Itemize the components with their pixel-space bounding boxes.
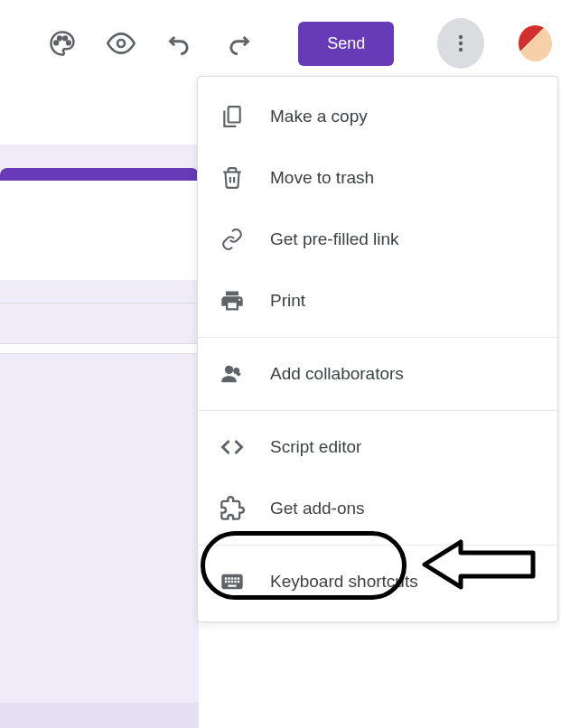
print-icon: [220, 288, 245, 313]
menu-label: Get add-ons: [270, 499, 365, 518]
customize-theme-button[interactable]: [45, 25, 79, 61]
menu-divider: [198, 545, 557, 546]
svg-point-4: [117, 40, 125, 47]
menu-divider: [198, 337, 557, 338]
menu-label: Keyboard shortcuts: [270, 572, 418, 592]
undo-button[interactable]: [163, 25, 196, 61]
menu-label: Move to trash: [270, 168, 374, 188]
eye-icon: [107, 29, 136, 58]
menu-label: Get pre-filled link: [270, 229, 399, 249]
more-vert-icon: [450, 33, 472, 54]
keyboard-icon: [220, 569, 245, 594]
more-options-menu: Make a copy Move to trash Get pre-filled…: [197, 76, 558, 622]
more-options-button[interactable]: [437, 18, 484, 69]
svg-point-3: [67, 42, 70, 45]
copy-icon: [220, 104, 245, 129]
menu-item-make-copy[interactable]: Make a copy: [198, 86, 557, 147]
code-icon: [220, 434, 245, 460]
link-icon: [220, 227, 245, 252]
form-card: [0, 343, 199, 354]
form-footer-bar: [0, 703, 199, 728]
form-divider: [0, 303, 199, 303]
menu-item-prefilled-link[interactable]: Get pre-filled link: [198, 209, 557, 270]
redo-icon: [226, 31, 251, 56]
redo-button[interactable]: [221, 25, 255, 61]
addon-icon: [220, 496, 245, 521]
menu-label: Script editor: [270, 437, 361, 457]
menu-label: Print: [270, 291, 305, 311]
form-accent-bar: [0, 168, 199, 181]
svg-point-2: [63, 37, 67, 41]
menu-item-add-collaborators[interactable]: Add collaborators: [198, 343, 557, 405]
svg-point-0: [54, 42, 58, 45]
svg-point-5: [459, 35, 463, 39]
menu-item-script-editor[interactable]: Script editor: [198, 416, 557, 478]
trash-icon: [220, 165, 245, 191]
menu-item-keyboard-shortcuts[interactable]: Keyboard shortcuts: [198, 551, 557, 612]
menu-item-print[interactable]: Print: [198, 270, 557, 331]
menu-label: Add collaborators: [270, 364, 404, 384]
menu-item-get-addons[interactable]: Get add-ons: [198, 478, 557, 539]
undo-icon: [167, 31, 192, 56]
send-button[interactable]: Send: [298, 22, 394, 66]
menu-item-move-trash[interactable]: Move to trash: [198, 147, 557, 209]
palette-icon: [49, 30, 76, 57]
form-card: [0, 181, 199, 280]
avatar[interactable]: [519, 25, 552, 61]
svg-point-6: [459, 42, 463, 45]
svg-point-1: [58, 37, 61, 41]
menu-divider: [198, 410, 557, 411]
preview-button[interactable]: [104, 25, 137, 61]
collaborators-icon: [220, 361, 245, 387]
svg-rect-8: [229, 107, 240, 122]
svg-point-7: [459, 48, 463, 51]
menu-label: Make a copy: [270, 107, 368, 126]
svg-point-11: [225, 366, 233, 374]
toolbar: Send: [0, 0, 561, 87]
